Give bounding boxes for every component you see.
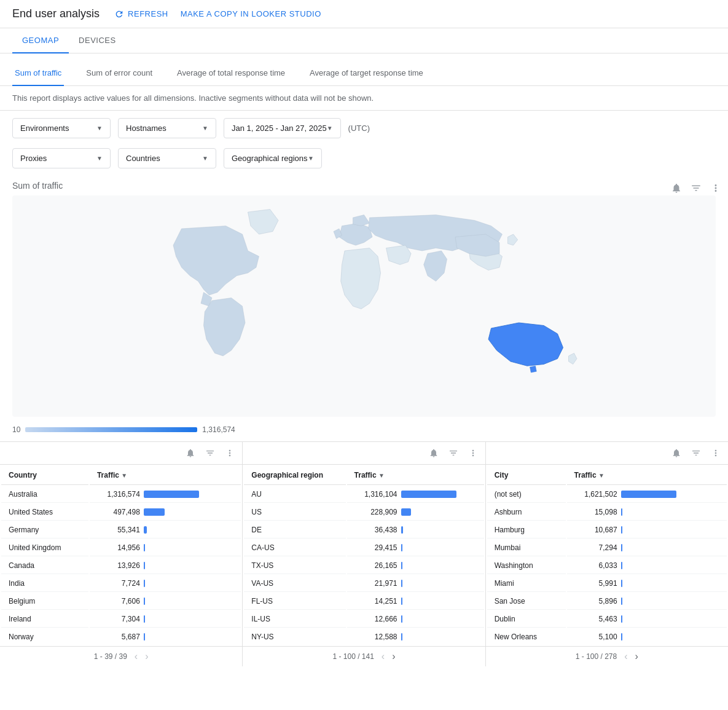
city-pagination: 1 - 100 / 278 ‹ › bbox=[486, 646, 728, 666]
table-cell-label: India bbox=[1, 575, 88, 592]
alert-icon[interactable] bbox=[426, 446, 441, 460]
table-cell-value: 14,251 bbox=[347, 593, 484, 610]
sort-arrow-icon: ▼ bbox=[598, 472, 605, 479]
bar-cell: 10,687 bbox=[574, 526, 719, 534]
alert-icon[interactable] bbox=[669, 181, 684, 195]
bar-cell: 6,033 bbox=[574, 561, 719, 570]
subtab-avg-total-response[interactable]: Average of total response time bbox=[174, 63, 288, 86]
traffic-bar bbox=[144, 633, 145, 641]
filter-icon[interactable] bbox=[446, 446, 461, 460]
subtab-sum-error[interactable]: Sum of error count bbox=[84, 63, 155, 86]
main-tabs: GEOMAP DEVICES bbox=[0, 28, 728, 53]
tab-geomap[interactable]: GEOMAP bbox=[12, 28, 69, 53]
scale-bar: 10 1,316,574 bbox=[0, 422, 728, 441]
page-title: End user analysis bbox=[12, 7, 100, 20]
traffic-bar bbox=[144, 615, 145, 623]
bar-cell: 5,100 bbox=[574, 633, 719, 641]
more-icon[interactable] bbox=[466, 446, 480, 460]
table-cell-label: Australia bbox=[1, 486, 88, 503]
traffic-bar bbox=[144, 544, 145, 551]
filter-icon[interactable] bbox=[203, 446, 217, 460]
geo-regions-dropdown[interactable]: Geographical regions ▼ bbox=[224, 148, 322, 168]
table-row: US228,909 bbox=[244, 504, 483, 521]
table-cell-label: Germany bbox=[1, 522, 88, 538]
geo-page-info: 1 - 100 / 141 bbox=[332, 652, 374, 661]
table-cell-label: San Jose bbox=[487, 593, 566, 610]
traffic-bar bbox=[621, 562, 622, 569]
table-cell-value: 5,687 bbox=[90, 629, 241, 645]
bar-cell: 55,341 bbox=[97, 526, 233, 534]
next-page-arrow[interactable]: › bbox=[392, 652, 395, 661]
bar-cell: 1,621,502 bbox=[574, 490, 719, 499]
hostnames-dropdown[interactable]: Hostnames ▼ bbox=[118, 118, 216, 138]
table-cell-value: 12,666 bbox=[347, 611, 484, 628]
bar-cell: 14,251 bbox=[354, 597, 477, 605]
table-cell-label: AU bbox=[244, 486, 345, 503]
prev-page-arrow[interactable]: ‹ bbox=[135, 652, 138, 661]
scale-min: 10 bbox=[12, 425, 20, 434]
traffic-bar bbox=[401, 526, 403, 534]
prev-page-arrow[interactable]: ‹ bbox=[624, 652, 627, 661]
city-page-info: 1 - 100 / 278 bbox=[576, 652, 617, 661]
more-icon[interactable] bbox=[222, 446, 237, 460]
table-cell-label: Miami bbox=[487, 575, 566, 592]
more-icon[interactable] bbox=[708, 446, 723, 460]
traffic-bar bbox=[621, 508, 622, 516]
next-page-arrow[interactable]: › bbox=[635, 652, 638, 661]
table-cell-value: 55,341 bbox=[90, 522, 241, 538]
table-cell-value: 5,463 bbox=[567, 611, 727, 628]
more-icon[interactable] bbox=[708, 181, 723, 195]
filter-icon[interactable] bbox=[689, 446, 703, 460]
scale-track bbox=[25, 427, 197, 432]
map-icons bbox=[669, 181, 723, 195]
chevron-down-icon: ▼ bbox=[327, 125, 333, 132]
table-cell-label: United Kingdom bbox=[1, 540, 88, 556]
chevron-down-icon: ▼ bbox=[96, 125, 103, 132]
traffic-bar bbox=[401, 544, 402, 551]
traffic-bar bbox=[144, 562, 145, 569]
table-row: Canada13,926 bbox=[1, 558, 241, 574]
table-cell-value: 26,165 bbox=[347, 558, 484, 574]
alert-icon[interactable] bbox=[183, 446, 198, 460]
table-cell-label: Dublin bbox=[487, 611, 566, 628]
table-cell-value: 13,926 bbox=[90, 558, 241, 574]
environments-dropdown[interactable]: Environments ▼ bbox=[12, 118, 111, 138]
next-page-arrow[interactable]: › bbox=[145, 652, 148, 661]
table-cell-label: VA-US bbox=[244, 575, 345, 592]
date-range-dropdown[interactable]: Jan 1, 2025 - Jan 27, 2025 ▼ bbox=[224, 118, 341, 138]
table-row: New Orleans5,100 bbox=[487, 629, 727, 645]
table-cell-value: 6,033 bbox=[567, 558, 727, 574]
bar-cell: 7,724 bbox=[97, 579, 233, 588]
copy-looker-button[interactable]: MAKE A COPY IN LOOKER STUDIO bbox=[181, 9, 321, 18]
table-cell-label: Mumbai bbox=[487, 540, 566, 556]
traffic-bar bbox=[144, 580, 145, 587]
bar-cell: 12,666 bbox=[354, 615, 477, 623]
bar-cell: 14,956 bbox=[97, 543, 233, 552]
traffic-bar bbox=[401, 508, 411, 516]
world-map bbox=[12, 195, 716, 417]
table-row: Ireland7,304 bbox=[1, 611, 241, 628]
subtab-sum-traffic[interactable]: Sum of traffic bbox=[12, 63, 64, 86]
table-cell-value: 228,909 bbox=[347, 504, 484, 521]
tab-devices[interactable]: DEVICES bbox=[69, 28, 126, 53]
proxies-dropdown[interactable]: Proxies ▼ bbox=[12, 148, 111, 168]
alert-icon[interactable] bbox=[669, 446, 684, 460]
countries-dropdown[interactable]: Countries ▼ bbox=[118, 148, 216, 168]
table-row: IL-US12,666 bbox=[244, 611, 483, 628]
table-row: Belgium7,606 bbox=[1, 593, 241, 610]
traffic-bar bbox=[621, 633, 622, 641]
traffic-bar bbox=[401, 562, 402, 569]
subtab-avg-target-response[interactable]: Average of target response time bbox=[307, 63, 426, 86]
map-label: Sum of traffic bbox=[12, 181, 63, 191]
bar-cell: 5,991 bbox=[574, 579, 719, 588]
refresh-button[interactable]: REFRESH bbox=[114, 9, 168, 19]
bar-cell: 15,098 bbox=[574, 508, 719, 516]
traffic-bar bbox=[621, 598, 622, 605]
table-cell-label: TX-US bbox=[244, 558, 345, 574]
geo-table: Geographical region Traffic ▼ AU1,316,10… bbox=[243, 465, 485, 646]
traffic-bar bbox=[401, 491, 456, 498]
table-cell-label: CA-US bbox=[244, 540, 345, 556]
prev-page-arrow[interactable]: ‹ bbox=[382, 652, 385, 661]
filter-icon[interactable] bbox=[689, 181, 703, 195]
map-svg bbox=[12, 195, 716, 417]
